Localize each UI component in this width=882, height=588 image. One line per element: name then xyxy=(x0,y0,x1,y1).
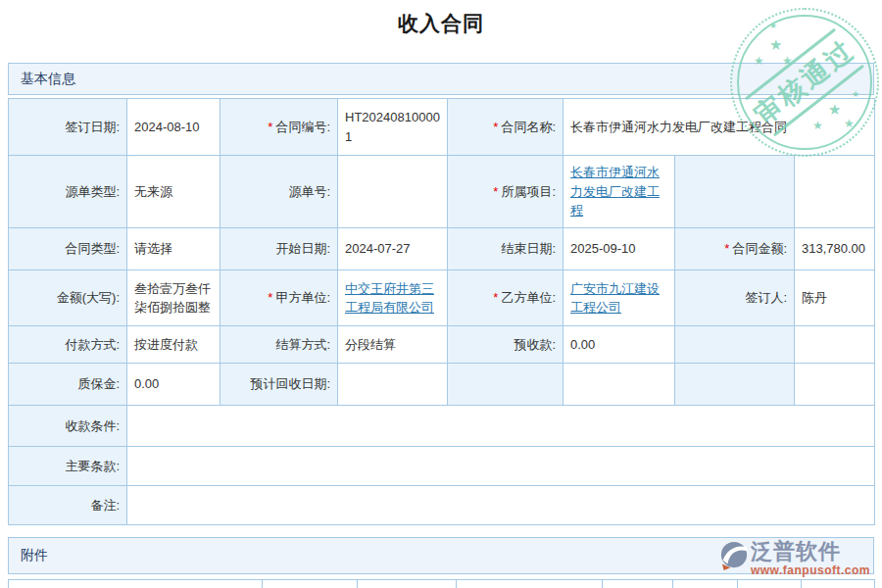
required-marker: * xyxy=(268,290,272,305)
start-date-label: 开始日期: xyxy=(220,228,338,270)
fanpusoft-watermark: 泛普软件 www.fanpusoft.com xyxy=(719,540,870,577)
empty-label-cell xyxy=(675,326,795,364)
empty-value-cell xyxy=(564,364,675,406)
section-title: 附件 xyxy=(21,547,48,564)
table-row: 付款方式: 按进度付款 结算方式: 分段结算 预收款: 0.00 xyxy=(9,326,875,364)
party-a-value: 中交王府井第三工程局有限公司 xyxy=(338,270,448,326)
required-marker: * xyxy=(493,290,498,305)
table-row: 备注: xyxy=(9,486,875,525)
signer-label: 签订人: xyxy=(675,270,795,326)
signer-value: 陈丹 xyxy=(795,270,875,326)
advance-payment-value: 0.00 xyxy=(564,326,675,364)
amount-value: 313,780.00 xyxy=(795,228,875,270)
table-row: 主要条款: xyxy=(9,447,875,486)
source-no-value xyxy=(338,156,448,228)
remarks-label: 备注: xyxy=(9,486,127,525)
table-row: 收款条件: xyxy=(9,406,875,447)
required-marker: * xyxy=(724,241,729,256)
expected-recovery-date-value xyxy=(338,364,448,406)
source-type-label: 源单类型: xyxy=(9,156,127,228)
project-label: *所属项目: xyxy=(448,156,564,228)
sign-date-value: 2024-08-10 xyxy=(127,99,220,156)
contract-no-label: *合同编号: xyxy=(220,99,338,156)
party-b-value: 广安市九江建设工程公司 xyxy=(564,270,675,326)
main-clauses-value xyxy=(127,447,875,486)
sign-date-label: 签订日期: xyxy=(9,99,127,156)
star-icon: ★ xyxy=(769,37,782,52)
start-date-value: 2024-07-27 xyxy=(338,228,448,270)
end-date-value: 2025-09-10 xyxy=(564,228,675,270)
amount-words-label: 金额(大写): xyxy=(9,270,127,326)
source-no-label: 源单号: xyxy=(220,156,338,228)
table-row: 签订日期: 2024-08-10 *合同编号: HT202408100001 *… xyxy=(9,99,875,156)
required-marker: * xyxy=(493,184,498,199)
fanpusoft-logo-text: 泛普软件 xyxy=(751,540,870,564)
basic-info-table: 签订日期: 2024-08-10 *合同编号: HT202408100001 *… xyxy=(8,98,875,525)
table-row: 合同类型: 请选择 开始日期: 2024-07-27 结束日期: 2025-09… xyxy=(9,228,875,270)
empty-value-cell xyxy=(795,326,875,364)
warranty-deposit-value: 0.00 xyxy=(127,364,220,406)
payment-method-label: 付款方式: xyxy=(9,326,127,364)
table-row: 质保金: 0.00 预计回收日期: xyxy=(9,364,875,406)
party-a-label: *甲方单位: xyxy=(220,270,338,326)
page-title: 收入合同 xyxy=(0,0,882,37)
source-type-value: 无来源 xyxy=(127,156,220,228)
table-row: 金额(大写): 叁拾壹万叁仟柒佰捌拾圆整 *甲方单位: 中交王府井第三工程局有限… xyxy=(9,270,875,326)
required-marker: * xyxy=(268,120,272,134)
required-marker: * xyxy=(493,120,498,134)
receipt-terms-value xyxy=(127,406,875,447)
remarks-value xyxy=(127,486,875,525)
contract-name-value: 长春市伊通河水力发电厂改建工程合同 xyxy=(564,99,875,156)
party-b-label: *乙方单位: xyxy=(448,270,564,326)
settlement-method-label: 结算方式: xyxy=(220,326,338,364)
attachment-table xyxy=(8,579,875,588)
contract-name-label: *合同名称: xyxy=(448,99,564,156)
contract-type-value: 请选择 xyxy=(127,228,220,270)
settlement-method-value: 分段结算 xyxy=(338,326,448,364)
party-a-link[interactable]: 中交王府井第三工程局有限公司 xyxy=(345,281,434,316)
empty-label-cell xyxy=(448,364,564,406)
amount-label: *合同金额: xyxy=(675,228,795,270)
section-header-basic-info: 基本信息 xyxy=(8,63,874,95)
amount-words-value: 叁拾壹万叁仟柒佰捌拾圆整 xyxy=(127,270,220,326)
contract-no-value: HT202408100001 xyxy=(338,99,448,156)
contract-type-label: 合同类型: xyxy=(9,228,127,270)
fanpusoft-url: www.fanpusoft.com xyxy=(751,564,870,577)
advance-payment-label: 预收款: xyxy=(448,326,564,364)
empty-label-cell xyxy=(675,156,795,228)
end-date-label: 结束日期: xyxy=(448,228,564,270)
party-b-link[interactable]: 广安市九江建设工程公司 xyxy=(570,281,660,316)
empty-value-cell xyxy=(795,364,875,406)
main-clauses-label: 主要条款: xyxy=(9,447,127,486)
warranty-deposit-label: 质保金: xyxy=(9,364,127,406)
project-link[interactable]: 长春市伊通河水力发电厂改建工程 xyxy=(570,165,660,218)
empty-value-cell xyxy=(9,580,263,588)
empty-label-cell xyxy=(675,364,795,406)
payment-method-value: 按进度付款 xyxy=(127,326,220,364)
section-title: 基本信息 xyxy=(21,71,75,88)
project-value: 长春市伊通河水力发电厂改建工程 xyxy=(564,156,675,228)
fanpusoft-logo-icon xyxy=(719,540,749,575)
table-row: 源单类型: 无来源 源单号: *所属项目: 长春市伊通河水力发电厂改建工程 xyxy=(9,156,875,228)
empty-value-cell xyxy=(795,156,875,228)
table-row xyxy=(9,580,875,588)
receipt-terms-label: 收款条件: xyxy=(9,406,127,447)
expected-recovery-date-label: 预计回收日期: xyxy=(220,364,338,406)
